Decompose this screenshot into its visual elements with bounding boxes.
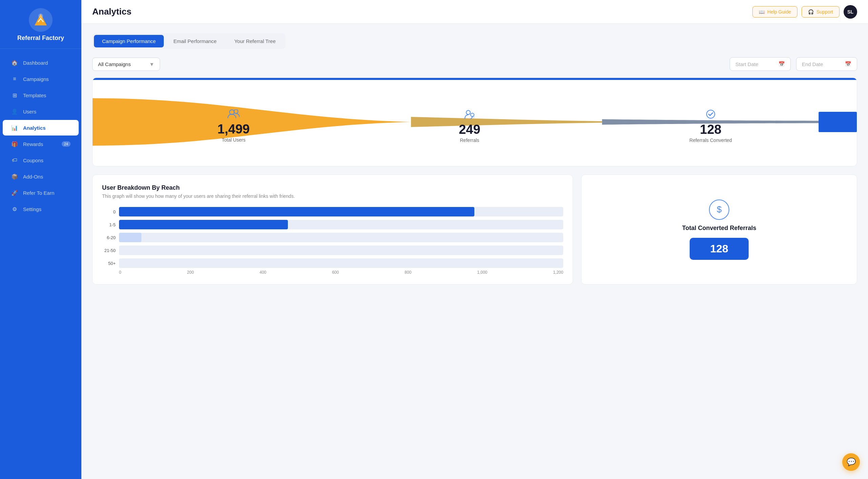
- topbar-actions: 📖 Help Guide 🎧 Support SL: [752, 5, 857, 19]
- bar-label: 6-20: [102, 235, 116, 240]
- calendar-icon-start: 📅: [778, 61, 785, 67]
- sidebar-item-rewards[interactable]: 🎁 Rewards 24: [3, 136, 79, 152]
- nav-label-templates: Templates: [23, 92, 46, 98]
- nav-icon-settings: ⚙: [11, 205, 18, 213]
- total-users-number: 1,499: [217, 122, 250, 137]
- users-icon: [217, 109, 250, 121]
- nav-label-addons: Add-Ons: [23, 174, 43, 180]
- topbar: Analytics 📖 Help Guide 🎧 Support SL: [81, 0, 868, 24]
- bar-label: 50+: [102, 261, 116, 266]
- content-area: Campaign PerformanceEmail PerformanceYou…: [81, 24, 868, 479]
- headset-icon: 🎧: [808, 9, 814, 15]
- converted-label: Referrals Converted: [689, 138, 732, 143]
- nav-label-rewards: Rewards: [23, 141, 43, 147]
- svg-point-1: [38, 14, 43, 18]
- bar-fill: [119, 233, 141, 242]
- sidebar-logo: Referral Factory: [0, 0, 81, 49]
- sidebar-nav: 🏠 Dashboard ≡ Campaigns ⊞ Templates 👤 Us…: [0, 49, 81, 479]
- referrals-label: Referrals: [459, 138, 480, 143]
- sidebar-logo-title: Referral Factory: [17, 35, 64, 42]
- campaign-select[interactable]: All Campaigns ▼: [92, 58, 160, 71]
- nav-badge-rewards: 24: [62, 141, 71, 147]
- funnel-card: 1,499 Total Users ✓: [92, 78, 857, 166]
- bar-row: 21-50: [102, 246, 563, 255]
- main-area: Analytics 📖 Help Guide 🎧 Support SL Camp…: [81, 0, 868, 479]
- bar-track: [119, 207, 563, 216]
- funnel-stats-row: 1,499 Total Users ✓: [93, 93, 857, 159]
- sidebar-item-settings[interactable]: ⚙ Settings: [3, 201, 79, 217]
- sidebar: Referral Factory 🏠 Dashboard ≡ Campaigns…: [0, 0, 81, 479]
- avatar-initials: SL: [847, 9, 853, 15]
- tab-campaign-performance[interactable]: Campaign Performance: [94, 35, 164, 47]
- breakdown-card: User Breakdown By Reach This graph will …: [92, 174, 573, 285]
- nav-label-dashboard: Dashboard: [23, 60, 48, 66]
- sidebar-item-analytics[interactable]: 📊 Analytics: [3, 120, 79, 136]
- support-button[interactable]: 🎧 Support: [802, 6, 840, 18]
- bar-label: 21-50: [102, 248, 116, 253]
- filters-row: All Campaigns ▼ Start Date 📅 End Date 📅: [92, 57, 857, 71]
- bar-chart: 0 1-5 6-20 21-50 50+: [102, 207, 563, 268]
- converted-number: 128: [689, 122, 732, 137]
- bar-label: 0: [102, 209, 116, 214]
- bar-label: 1-5: [102, 222, 116, 227]
- nav-label-campaigns: Campaigns: [23, 76, 49, 82]
- bar-track: [119, 258, 563, 268]
- sidebar-item-addons[interactable]: 📦 Add-Ons: [3, 169, 79, 184]
- breakdown-title: User Breakdown By Reach: [102, 184, 563, 191]
- bar-row: 50+: [102, 258, 563, 268]
- book-icon: 📖: [759, 9, 765, 15]
- converted-referrals-card: $ Total Converted Referrals 128: [581, 174, 857, 285]
- calendar-icon-end: 📅: [845, 61, 851, 67]
- nav-icon-dashboard: 🏠: [11, 59, 18, 66]
- svg-text:✓: ✓: [471, 116, 473, 118]
- nav-icon-users: 👤: [11, 108, 18, 115]
- avatar[interactable]: SL: [844, 5, 857, 19]
- tab-your-referral-tree[interactable]: Your Referral Tree: [226, 35, 284, 47]
- x-axis-label: 1,200: [553, 270, 563, 275]
- tab-email-performance[interactable]: Email Performance: [165, 35, 225, 47]
- bar-row: 0: [102, 207, 563, 216]
- x-axis-label: 600: [332, 270, 339, 275]
- sidebar-item-dashboard[interactable]: 🏠 Dashboard: [3, 55, 79, 70]
- nav-icon-analytics: 📊: [11, 124, 18, 131]
- chat-button[interactable]: 💬: [842, 453, 860, 471]
- bar-fill: [119, 207, 474, 216]
- tabs-container: Campaign PerformanceEmail PerformanceYou…: [92, 33, 285, 49]
- converted-referrals-title: Total Converted Referrals: [682, 225, 756, 232]
- bar-row: 6-20: [102, 233, 563, 242]
- page-title: Analytics: [92, 6, 132, 17]
- svg-point-3: [230, 110, 234, 114]
- referrals-number: 249: [459, 122, 480, 137]
- help-guide-label: Help Guide: [767, 9, 791, 15]
- funnel-stat-total-users: 1,499 Total Users: [217, 109, 250, 143]
- funnel-stat-referrals: ✓ 249 Referrals: [459, 109, 480, 143]
- sidebar-item-templates[interactable]: ⊞ Templates: [3, 87, 79, 103]
- nav-icon-addons: 📦: [11, 173, 18, 180]
- x-axis-label: 1,000: [477, 270, 487, 275]
- sidebar-item-coupons[interactable]: 🏷 Coupons: [3, 152, 79, 168]
- nav-icon-campaigns: ≡: [11, 75, 18, 83]
- breakdown-desc: This graph will show you how many of you…: [102, 193, 563, 199]
- sidebar-item-campaigns[interactable]: ≡ Campaigns: [3, 71, 79, 87]
- sidebar-item-users[interactable]: 👤 Users: [3, 104, 79, 119]
- referral-icon: ✓: [459, 109, 480, 121]
- bar-fill: [119, 220, 288, 229]
- bar-track: [119, 233, 563, 242]
- end-date-placeholder: End Date: [802, 61, 823, 67]
- x-axis-label: 200: [187, 270, 194, 275]
- help-guide-button[interactable]: 📖 Help Guide: [752, 6, 797, 18]
- bar-row: 1-5: [102, 220, 563, 229]
- x-axis: 02004006008001,0001,200: [102, 268, 563, 275]
- bar-track: [119, 220, 563, 229]
- sidebar-item-refer-to-earn[interactable]: 🚀 Refer To Earn: [3, 185, 79, 201]
- funnel-top-bar: [93, 78, 857, 80]
- end-date-input[interactable]: End Date 📅: [796, 57, 857, 71]
- bar-track: [119, 246, 563, 255]
- x-axis-label: 0: [119, 270, 121, 275]
- chat-icon: 💬: [847, 458, 856, 466]
- start-date-input[interactable]: Start Date 📅: [730, 57, 791, 71]
- total-users-label: Total Users: [217, 137, 250, 143]
- nav-label-analytics: Analytics: [23, 125, 46, 131]
- x-axis-label: 400: [260, 270, 267, 275]
- converted-referrals-value: 128: [690, 238, 748, 260]
